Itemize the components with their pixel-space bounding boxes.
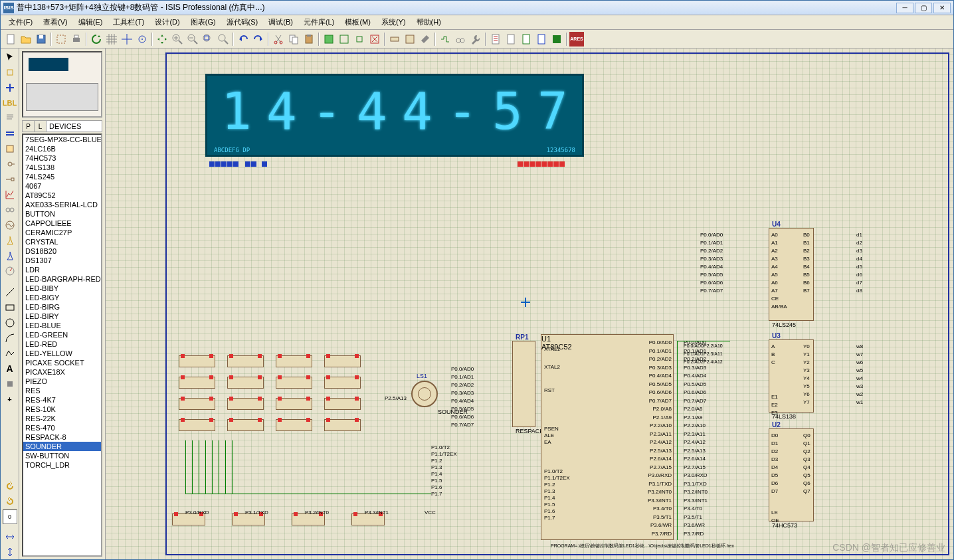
- arc-tool[interactable]: [3, 331, 17, 345]
- text-tool[interactable]: A: [3, 361, 17, 376]
- device-item[interactable]: CRYSTAL: [23, 237, 101, 246]
- menu-template[interactable]: 模板(M): [339, 16, 376, 29]
- decompose-button[interactable]: [418, 32, 432, 47]
- device-item[interactable]: PIEZO: [23, 377, 101, 386]
- report-button[interactable]: [488, 32, 503, 47]
- device-item[interactable]: BUTTON: [23, 209, 101, 219]
- label-tool[interactable]: LBL: [3, 96, 17, 110]
- button-matrix[interactable]: [179, 355, 381, 442]
- zoomall-button[interactable]: [201, 32, 215, 47]
- component-tool[interactable]: [3, 65, 17, 80]
- paste-button[interactable]: [302, 32, 316, 47]
- refresh-button[interactable]: [89, 32, 104, 47]
- device-item[interactable]: 74LS138: [23, 163, 101, 172]
- device-item[interactable]: RES-22K: [23, 414, 101, 423]
- menu-source[interactable]: 源代码(S): [221, 16, 264, 29]
- menu-help[interactable]: 帮助(H): [411, 16, 446, 29]
- print-area-button[interactable]: [54, 32, 68, 47]
- probe-v-tool[interactable]: [3, 233, 17, 248]
- device-item[interactable]: LED-BIBY: [23, 284, 101, 293]
- device-item[interactable]: LDR: [23, 265, 101, 274]
- redo-button[interactable]: [251, 32, 266, 47]
- device-item[interactable]: LED-BIRG: [23, 302, 101, 312]
- symbol-tool[interactable]: [3, 377, 17, 391]
- device-item[interactable]: 7SEG-MPX8-CC-BLUE: [23, 135, 101, 144]
- menu-system[interactable]: 系统(Y): [376, 16, 411, 29]
- wire-autoroute-button[interactable]: [438, 32, 452, 47]
- instrument-tool[interactable]: [3, 264, 17, 278]
- zoomin-button[interactable]: [170, 32, 185, 47]
- device-item[interactable]: LED-BIGY: [23, 293, 101, 302]
- new-button[interactable]: [3, 32, 18, 47]
- rotate-cw-button[interactable]: [3, 494, 17, 509]
- device-item[interactable]: RESPACK-8: [23, 432, 101, 442]
- device-item[interactable]: AT89C52: [23, 191, 101, 200]
- block-copy-button[interactable]: [322, 32, 336, 47]
- ares-button[interactable]: [549, 32, 564, 47]
- rotate-ccw-button[interactable]: [3, 479, 17, 494]
- generator-tool[interactable]: [3, 218, 17, 233]
- circle-tool[interactable]: [3, 316, 17, 330]
- device-item[interactable]: LED-BIRY: [23, 312, 101, 321]
- device-item[interactable]: 24LC16B: [23, 144, 101, 153]
- maximize-button[interactable]: ▢: [915, 3, 932, 13]
- menu-toolbar[interactable]: 工具栏(T): [108, 16, 149, 29]
- property-button[interactable]: [468, 32, 483, 47]
- device-item[interactable]: 74HC573: [23, 153, 101, 163]
- device-item[interactable]: SOUNDER: [23, 442, 101, 451]
- device-item[interactable]: RES: [23, 386, 101, 395]
- device-item[interactable]: PICAXE SOCKET: [23, 358, 101, 367]
- device-item[interactable]: TORCH_LDR: [23, 460, 101, 470]
- tape-tool[interactable]: [3, 203, 17, 217]
- menu-file[interactable]: 文件(F): [3, 16, 38, 29]
- open-button[interactable]: [19, 32, 33, 47]
- grid-button[interactable]: [104, 32, 119, 47]
- menu-view[interactable]: 查看(V): [38, 16, 73, 29]
- device-list[interactable]: 7SEG-MPX8-CC-BLUE24LC16B74HC57374LS13874…: [22, 134, 102, 557]
- library-button[interactable]: L: [35, 121, 47, 132]
- device-item[interactable]: LED-BARGRAPH-RED: [23, 274, 101, 284]
- search-button[interactable]: [453, 32, 468, 47]
- device-item[interactable]: 4067: [23, 181, 101, 191]
- block-move-button[interactable]: [337, 32, 351, 47]
- flip-v-button[interactable]: [3, 545, 17, 559]
- erc-button[interactable]: [519, 32, 533, 47]
- graph-tool[interactable]: [3, 187, 17, 202]
- block-delete-button[interactable]: [367, 32, 382, 47]
- schematic-canvas[interactable]: 1 4 - 4 4 - 5 7 ABCDEFG DP 12345678 LS1: [106, 48, 953, 559]
- device-item[interactable]: DS1307: [23, 256, 101, 265]
- selection-tool[interactable]: [3, 50, 17, 64]
- sounder-component[interactable]: [411, 381, 438, 407]
- pick-devices-button[interactable]: P: [23, 121, 35, 132]
- terminal-tool[interactable]: [3, 157, 17, 171]
- netlist-button[interactable]: [534, 32, 549, 47]
- save-button[interactable]: [34, 32, 48, 47]
- device-item[interactable]: LED-BLUE: [23, 321, 101, 330]
- device-item[interactable]: PICAXE18X: [23, 367, 101, 377]
- bom-button[interactable]: [504, 32, 518, 47]
- device-item[interactable]: 74LS245: [23, 172, 101, 181]
- menu-debug[interactable]: 调试(B): [263, 16, 298, 29]
- undo-button[interactable]: [236, 32, 250, 47]
- menu-chart[interactable]: 图表(G): [185, 16, 221, 29]
- text-script-tool[interactable]: [3, 111, 17, 126]
- device-item[interactable]: LED-YELLOW: [23, 349, 101, 358]
- device-item[interactable]: LED-GREEN: [23, 330, 101, 339]
- close-button[interactable]: ✕: [933, 3, 951, 13]
- path-tool[interactable]: [3, 346, 17, 361]
- line-tool[interactable]: [3, 285, 17, 300]
- device-item[interactable]: SW-BUTTON: [23, 451, 101, 460]
- flip-h-button[interactable]: [3, 529, 17, 544]
- seven-segment-display[interactable]: 1 4 - 4 4 - 5 7 ABCDEFG DP 12345678: [205, 74, 584, 157]
- marker-tool[interactable]: +: [3, 392, 17, 407]
- menu-library[interactable]: 元件库(L): [298, 16, 339, 29]
- box-tool[interactable]: [3, 300, 17, 315]
- ares-link-button[interactable]: ARES: [569, 32, 584, 47]
- zoomout-button[interactable]: [185, 32, 200, 47]
- device-item[interactable]: CAPPOLIEEE: [23, 219, 101, 228]
- minimize-button[interactable]: ─: [896, 3, 913, 13]
- print-button[interactable]: [69, 32, 84, 47]
- zoomarea-button[interactable]: [216, 32, 231, 47]
- junction-tool[interactable]: [3, 80, 17, 95]
- subcircuit-tool[interactable]: [3, 141, 17, 156]
